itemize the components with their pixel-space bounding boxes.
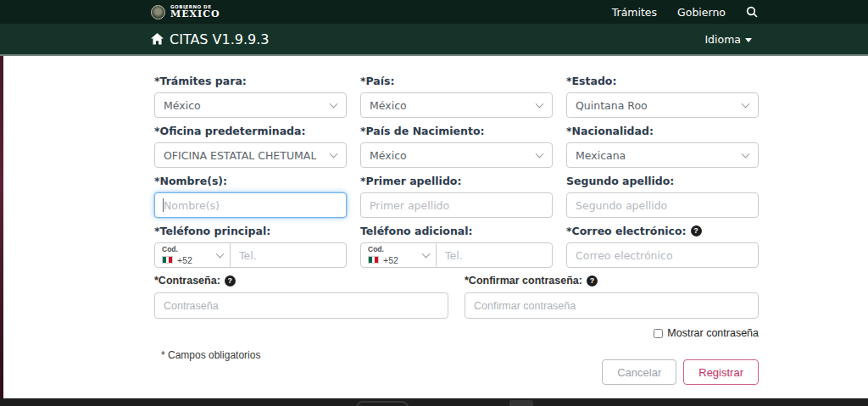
phone-code-value: +52 — [383, 255, 398, 265]
nacionalidad-label: *Nacionalidad: — [566, 125, 759, 137]
chevron-down-icon — [330, 150, 338, 159]
gobierno-mexico-logo[interactable]: GOBIERNO DE MÉXICO — [151, 5, 220, 19]
correo-label: *Correo electrónico: — [566, 225, 687, 237]
contrasena-input[interactable] — [154, 292, 448, 319]
help-icon[interactable]: ? — [225, 275, 236, 286]
government-topbar: GOBIERNO DE MÉXICO Trámites Gobierno — [0, 0, 868, 24]
select-value: México — [164, 99, 201, 112]
tramites-para-select[interactable]: México — [154, 92, 347, 118]
app-title: CITAS V1.9.9.3 — [170, 31, 270, 47]
select-value: México — [370, 99, 407, 112]
search-icon[interactable] — [746, 6, 758, 18]
required-fields-note: * Campos obligatorios — [161, 349, 260, 361]
phone-code-select[interactable]: Cod. +52 — [154, 242, 231, 268]
app-subbar: CITAS V1.9.9.3 Idioma — [0, 24, 868, 56]
phone-code-select[interactable]: Cod. +52 — [360, 242, 437, 268]
footer-shape — [356, 401, 409, 406]
nacionalidad-select[interactable]: Mexicana — [566, 142, 759, 168]
oficina-select[interactable]: OFICINA ESTATAL CHETUMAL — [154, 142, 347, 168]
footer-shape — [509, 400, 533, 406]
correo-input[interactable] — [566, 242, 759, 268]
primer-apellido-input[interactable] — [360, 192, 553, 218]
phone-code-value: +52 — [177, 255, 192, 265]
telefono-adicional-label: Teléfono adicional: — [360, 225, 553, 237]
primer-apellido-label: *Primer apellido: — [360, 175, 553, 187]
chevron-down-icon — [536, 100, 544, 108]
mostrar-contrasena-checkbox[interactable] — [654, 329, 663, 338]
chevron-down-icon — [330, 100, 338, 108]
nav-gobierno-link[interactable]: Gobierno — [677, 6, 726, 19]
select-value: OFICINA ESTATAL CHETUMAL — [164, 149, 316, 162]
pais-select[interactable]: México — [360, 92, 553, 118]
estado-select[interactable]: Quintana Roo — [566, 92, 759, 118]
registration-form: *Trámites para: México *País: México *Es… — [3, 56, 868, 398]
chevron-down-icon — [742, 100, 750, 108]
telefono-principal-label: *Teléfono principal: — [154, 225, 347, 237]
cancel-button[interactable]: Cancelar — [602, 359, 676, 385]
estado-label: *Estado: — [566, 75, 759, 87]
mostrar-contrasena-label: Mostrar contraseña — [667, 327, 759, 339]
mexico-flag-icon — [368, 256, 379, 264]
app-title-group[interactable]: CITAS V1.9.9.3 — [151, 31, 270, 47]
select-value: México — [370, 149, 407, 162]
language-selector[interactable]: Idioma — [704, 33, 752, 46]
telefono-principal-input[interactable] — [230, 242, 347, 268]
select-value: Quintana Roo — [576, 99, 648, 112]
mexico-flag-icon — [162, 256, 173, 264]
language-label: Idioma — [704, 33, 741, 46]
help-icon[interactable]: ? — [691, 225, 702, 236]
register-button[interactable]: Registrar — [683, 359, 759, 385]
eagle-seal-icon — [151, 5, 165, 19]
home-icon — [151, 33, 164, 45]
tramites-para-label: *Trámites para: — [154, 75, 347, 87]
telefono-adicional-input[interactable] — [436, 242, 553, 268]
cod-label: Cod. — [368, 246, 431, 253]
segundo-apellido-input[interactable] — [566, 192, 759, 218]
select-value: Mexicana — [576, 149, 626, 162]
confirmar-contrasena-label: *Confirmar contraseña: — [465, 275, 582, 287]
confirmar-contrasena-input[interactable] — [465, 292, 759, 319]
footer-strip — [0, 398, 868, 406]
pais-nacimiento-select[interactable]: México — [360, 142, 553, 168]
pais-label: *País: — [360, 75, 553, 87]
nombre-input[interactable] — [154, 192, 347, 218]
segundo-apellido-label: Segundo apellido: — [566, 175, 759, 187]
logo-line2: MÉXICO — [170, 9, 220, 19]
nav-tramites-link[interactable]: Trámites — [612, 6, 657, 19]
pais-nacimiento-label: *País de Nacimiento: — [360, 125, 553, 137]
cod-label: Cod. — [162, 246, 225, 253]
chevron-down-icon — [745, 38, 752, 42]
text-cursor — [163, 198, 164, 212]
contrasena-label: *Contraseña: — [154, 275, 220, 287]
help-icon[interactable]: ? — [587, 275, 598, 286]
oficina-label: *Oficina predeterminada: — [154, 125, 347, 137]
chevron-down-icon — [742, 150, 750, 159]
chevron-down-icon — [536, 150, 544, 159]
nombre-label: *Nombre(s): — [154, 175, 347, 187]
